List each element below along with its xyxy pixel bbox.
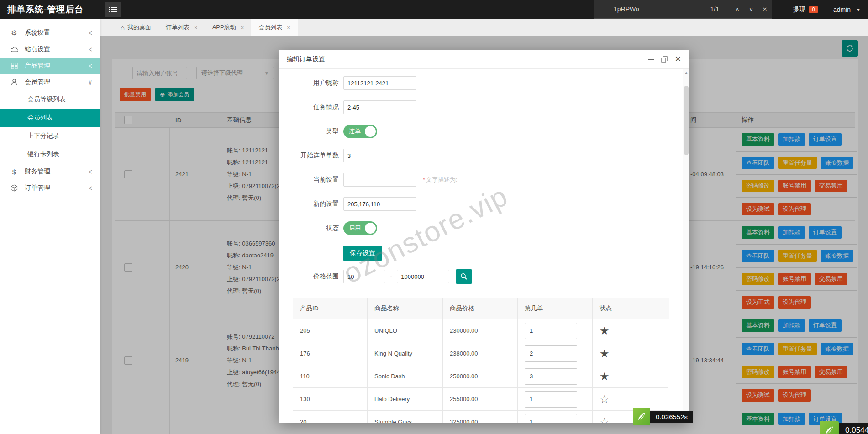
app-title: 排单系统-管理后台 <box>7 4 84 16</box>
user-menu[interactable]: admin <box>833 6 851 13</box>
home-icon: ⌂ <box>121 24 125 31</box>
member-icon <box>11 78 18 86</box>
edit-order-settings-modal: 编辑订单设置 ✕ 用户昵称 任务情况 类型 连 <box>279 50 689 423</box>
nickname-input[interactable] <box>343 76 416 90</box>
sidebar-subitem-银行卡列表[interactable]: 银行卡列表 <box>0 145 100 163</box>
sidebar-item-label: 产品管理 <box>25 62 89 70</box>
sidebar-item-3[interactable]: 会员管理∨ <box>0 74 100 90</box>
hamburger-menu-icon[interactable] <box>105 2 121 17</box>
tab-APP滚动[interactable]: APP滚动× <box>205 19 252 36</box>
find-close-icon[interactable]: ✕ <box>758 6 772 13</box>
new-setting-input[interactable] <box>343 197 416 211</box>
scrollbar-thumb[interactable] <box>684 86 689 155</box>
tab-订单列表[interactable]: 订单列表× <box>158 19 205 36</box>
tab-close-icon[interactable]: × <box>241 24 244 31</box>
sidebar-item-label: 站点设置 <box>25 45 89 53</box>
product-name: UNIQLO <box>368 319 443 342</box>
task-input[interactable] <box>343 100 416 114</box>
sidebar-item-5[interactable]: 订单管理< <box>0 180 100 196</box>
product-name: Sonic Dash <box>368 365 443 387</box>
stage: 排单系统-管理后台 1pRPWo 1/1 ∧ ∨ ✕ 提现 0 admin ▼ … <box>0 0 868 434</box>
sidebar-item-label: 订单管理 <box>25 184 89 192</box>
tab-label: 我的桌面 <box>127 23 151 31</box>
type-toggle[interactable]: 连单 <box>343 125 377 138</box>
product-row-205: 205UNIQLO230000.00★ <box>293 319 668 342</box>
sidebar-item-label: 财务管理 <box>25 167 89 176</box>
order-icon <box>11 184 18 192</box>
find-query[interactable]: 1pRPWo <box>614 5 639 13</box>
find-prev-icon[interactable]: ∧ <box>731 6 744 13</box>
status-label: 状态 <box>288 224 339 232</box>
modal-scrollbar[interactable]: ▲ ▼ <box>683 69 689 423</box>
sidebar-subitem-会员列表[interactable]: 会员列表 <box>0 109 100 127</box>
user-caret-icon: ▼ <box>856 7 861 12</box>
product-price: 238000.00 <box>443 342 518 365</box>
save-settings-button[interactable]: 保存设置 <box>343 246 382 261</box>
status-toggle[interactable]: 启用 <box>343 221 377 235</box>
top-bar: 排单系统-管理后台 1pRPWo 1/1 ∧ ∨ ✕ 提现 0 admin ▼ <box>0 0 868 19</box>
product-price: 250000.00 <box>443 365 518 387</box>
tab-我的桌面[interactable]: ⌂我的桌面 <box>113 19 158 36</box>
scrollbar-up-icon[interactable]: ▲ <box>683 71 689 75</box>
chevron-left-icon: < <box>89 45 92 54</box>
order-number-input[interactable] <box>525 414 577 424</box>
tab-会员列表[interactable]: 会员列表× <box>251 19 298 36</box>
order-number-input[interactable] <box>525 391 577 408</box>
withdraw-link[interactable]: 提现 <box>793 5 805 14</box>
price-min-input[interactable] <box>343 270 385 283</box>
price-range-dash: - <box>390 272 392 281</box>
order-number-input[interactable] <box>525 345 577 362</box>
type-toggle-text: 连单 <box>349 127 361 136</box>
tab-label: APP滚动 <box>212 23 236 31</box>
tab-label: 订单列表 <box>166 23 189 31</box>
find-bar: 1pRPWo 1/1 ∧ ∨ ✕ <box>594 0 772 19</box>
sidebar-subitem-会员等级列表[interactable]: 会员等级列表 <box>0 90 100 109</box>
magnifier-icon <box>460 272 468 281</box>
modal-title: 编辑订单设置 <box>287 55 325 63</box>
product-icon <box>11 63 18 69</box>
tab-close-icon[interactable]: × <box>287 24 290 31</box>
perf-badge-page: 0.054465s <box>820 421 868 434</box>
price-max-input[interactable] <box>397 270 449 283</box>
sidebar-item-2[interactable]: 产品管理< <box>0 58 100 74</box>
perf-time: 0.054465s <box>839 423 868 434</box>
product-name: King N Quality <box>368 342 443 365</box>
perf-time: 0.036552s <box>650 411 693 423</box>
product-price: 255000.00 <box>443 388 518 410</box>
close-icon[interactable]: ✕ <box>675 55 681 63</box>
tab-close-icon[interactable]: × <box>194 24 198 31</box>
order-number-input[interactable] <box>525 323 577 339</box>
product-table-header: 产品ID商品名称商品价格第几单状态 <box>293 298 668 319</box>
star-filled-icon[interactable]: ★ <box>600 347 610 360</box>
product-id: 110 <box>293 365 368 387</box>
product-col-header: 状态 <box>593 298 669 319</box>
modal-body: 用户昵称 任务情况 类型 连单 开始连单单数 当前设置 * <box>279 69 683 423</box>
new-setting-label: 新的设置 <box>288 200 339 208</box>
product-id: 130 <box>293 388 368 410</box>
withdraw-badge: 0 <box>809 6 818 13</box>
chevron-down-icon: ∨ <box>88 78 92 87</box>
sidebar-item-1[interactable]: 站点设置< <box>0 41 100 58</box>
sidebar-subitem-上下分记录[interactable]: 上下分记录 <box>0 127 100 145</box>
sidebar-item-0[interactable]: ⚙系统设置< <box>0 25 100 41</box>
star-outline-icon[interactable]: ☆ <box>600 393 610 406</box>
menu-lines-icon <box>109 6 117 13</box>
current-setting-note: *文字描述为: <box>423 176 458 184</box>
product-col-header: 第几单 <box>518 298 593 319</box>
maximize-icon[interactable] <box>661 56 668 63</box>
sidebar-item-4[interactable]: $财务管理< <box>0 163 100 180</box>
star-filled-icon[interactable]: ★ <box>600 370 610 383</box>
current-setting-input[interactable] <box>343 173 416 187</box>
star-outline-icon[interactable]: ☆ <box>600 416 610 424</box>
order-number-input[interactable] <box>525 368 577 385</box>
product-col-header: 商品价格 <box>443 298 518 319</box>
find-next-icon[interactable]: ∨ <box>744 6 758 13</box>
start-count-input[interactable] <box>343 149 416 162</box>
gear-icon: ⚙ <box>11 29 17 37</box>
find-divider <box>726 4 726 15</box>
minimize-icon[interactable] <box>648 59 654 60</box>
product-price: 230000.00 <box>443 319 518 342</box>
product-row-176: 176King N Quality238000.00★ <box>293 342 668 365</box>
star-filled-icon[interactable]: ★ <box>600 324 610 337</box>
price-search-button[interactable] <box>456 269 472 284</box>
